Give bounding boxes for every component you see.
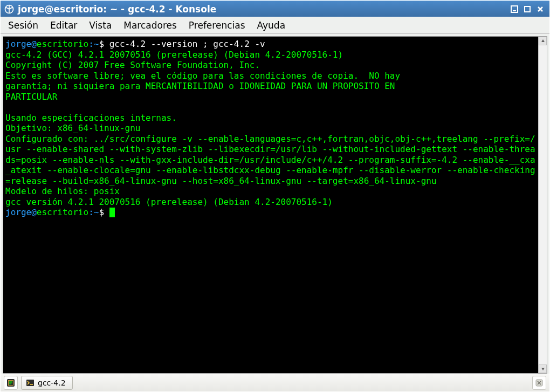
svg-rect-2 (525, 6, 530, 12)
prompt-dollar: $ (99, 39, 104, 49)
prompt2-colon: : (88, 207, 94, 217)
prompt2-host: escritorio (37, 207, 88, 217)
window-controls (508, 3, 546, 15)
app-icon (4, 4, 15, 15)
prompt-path: ~ (94, 39, 99, 49)
menu-help[interactable]: Ayuda (257, 20, 286, 31)
menu-session[interactable]: Sesión (8, 20, 38, 31)
terminal-output: gcc-4.2 (GCC) 4.2.1 20070516 (prerelease… (5, 50, 535, 207)
menu-bookmarks[interactable]: Marcadores (123, 20, 177, 31)
svg-rect-1 (511, 6, 518, 12)
tab-gcc[interactable]: gcc-4.2 (21, 376, 73, 390)
prompt-host: escritorio (37, 39, 88, 49)
maximize-icon[interactable] (521, 3, 533, 15)
taskbar: gcc-4.2 (1, 374, 549, 391)
close-icon[interactable] (534, 3, 546, 15)
terminal-icon (26, 379, 35, 387)
prompt-user: jorge@ (5, 39, 37, 49)
command-text: gcc-4.2 --version ; gcc-4.2 -v (104, 39, 265, 49)
menu-preferences[interactable]: Preferencias (189, 20, 245, 31)
prompt2-path: ~ (94, 207, 99, 217)
menubar: Sesión Editar Vista Marcadores Preferenc… (1, 17, 549, 34)
titlebar[interactable]: jorge@escritorio: ~ - gcc-4.2 - Konsole (1, 1, 549, 17)
window-title: jorge@escritorio: ~ - gcc-4.2 - Konsole (18, 4, 508, 15)
terminal-container: jorge@escritorio:~$ gcc-4.2 --version ; … (3, 36, 547, 374)
svg-rect-5 (26, 380, 34, 386)
scroll-track[interactable] (539, 45, 547, 365)
cursor (109, 208, 115, 217)
new-tab-button[interactable] (4, 376, 18, 390)
minimize-icon[interactable] (508, 3, 520, 15)
terminal[interactable]: jorge@escritorio:~$ gcc-4.2 --version ; … (3, 37, 538, 373)
konsole-window: jorge@escritorio: ~ - gcc-4.2 - Konsole … (0, 0, 550, 392)
scroll-up-icon[interactable] (539, 37, 547, 45)
prompt2-user: jorge@ (5, 207, 37, 217)
tab-label: gcc-4.2 (38, 379, 66, 387)
scrollbar[interactable] (538, 37, 547, 373)
prompt-colon: : (88, 39, 94, 49)
scroll-down-icon[interactable] (539, 365, 547, 373)
menu-edit[interactable]: Editar (50, 20, 77, 31)
prompt2-dollar: $ (99, 207, 104, 217)
close-tab-button[interactable] (532, 376, 546, 390)
menu-view[interactable]: Vista (89, 20, 112, 31)
